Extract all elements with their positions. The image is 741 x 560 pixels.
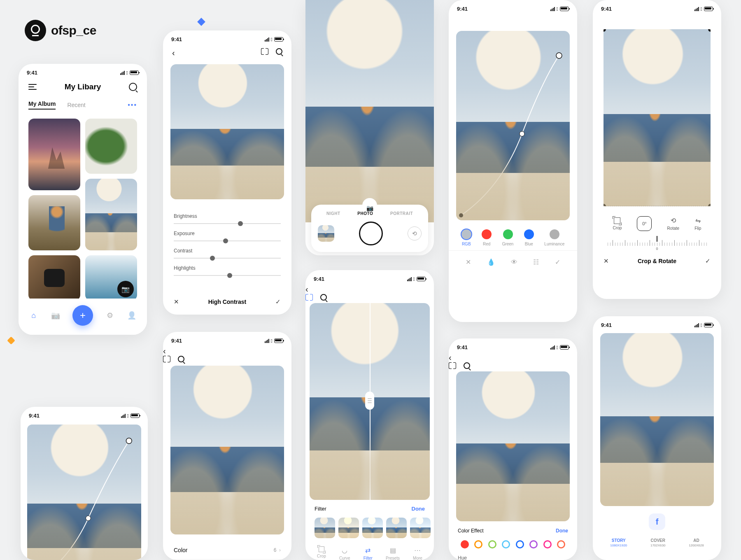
export-size-story[interactable]: STORY1080X1920 xyxy=(610,538,627,547)
preview-image[interactable] xyxy=(27,425,141,560)
preview-image[interactable] xyxy=(170,64,284,199)
channel-luminance[interactable]: Luminance xyxy=(544,229,564,246)
bars-icon[interactable]: ☷ xyxy=(533,258,539,266)
slider-thumb[interactable] xyxy=(238,221,243,226)
tab-recent[interactable]: Recent xyxy=(67,102,85,108)
slider-thumb[interactable] xyxy=(210,256,215,261)
search-icon[interactable] xyxy=(276,48,282,55)
camera-mode[interactable]: PHOTO xyxy=(357,211,373,216)
tool-crop[interactable]: Crop xyxy=(317,546,326,560)
focus-icon[interactable] xyxy=(449,362,456,368)
compare-handle[interactable] xyxy=(365,392,374,410)
crop-handle[interactable] xyxy=(604,29,606,32)
last-photo-thumb[interactable] xyxy=(318,225,334,242)
slider-track[interactable] xyxy=(174,258,281,259)
search-icon[interactable] xyxy=(178,356,184,362)
channel-green[interactable]: Green xyxy=(502,229,514,246)
tab-my-album[interactable]: My Album xyxy=(28,100,56,110)
tool-filter[interactable]: ⇄Filter xyxy=(364,546,373,560)
color-swatch[interactable] xyxy=(488,540,496,548)
camera-mode[interactable]: NIGHT xyxy=(326,211,340,216)
nav-profile[interactable]: 👤 xyxy=(127,310,137,320)
album-thumb[interactable] xyxy=(28,195,80,250)
check-icon[interactable] xyxy=(275,298,281,306)
crop-handle[interactable] xyxy=(708,29,711,32)
check-icon[interactable] xyxy=(705,257,711,265)
preview-image[interactable] xyxy=(170,366,284,534)
tool-angle[interactable]: 0° xyxy=(637,216,652,231)
crop-handle[interactable] xyxy=(604,204,606,206)
channel-rgb[interactable]: RGB xyxy=(461,229,471,246)
preview-image[interactable] xyxy=(310,303,430,500)
tool-flip[interactable]: ⇋Flip xyxy=(694,217,701,231)
close-icon[interactable] xyxy=(604,257,609,265)
share-facebook[interactable]: f xyxy=(649,513,665,530)
close-icon[interactable] xyxy=(174,298,179,306)
menu-icon[interactable] xyxy=(28,84,37,90)
filter-thumb[interactable] xyxy=(315,518,335,538)
focus-icon[interactable] xyxy=(261,48,268,54)
check-icon[interactable] xyxy=(555,258,560,266)
tool-curve[interactable]: ◡Curve xyxy=(339,546,350,560)
tool-presets[interactable]: ▤Presets xyxy=(386,546,400,560)
slider-track[interactable] xyxy=(174,240,281,241)
preview-image[interactable] xyxy=(600,333,714,506)
export-size-ad[interactable]: AD1200X628 xyxy=(689,538,704,547)
color-swatch[interactable] xyxy=(529,540,538,548)
focus-icon[interactable] xyxy=(305,294,313,300)
album-thumb[interactable] xyxy=(85,119,137,174)
curve-overlay[interactable] xyxy=(27,425,141,560)
done-button[interactable]: Done xyxy=(556,528,568,534)
color-swatch[interactable] xyxy=(461,540,469,548)
nav-add[interactable]: + xyxy=(72,305,93,326)
filter-thumb[interactable] xyxy=(386,518,407,538)
search-icon[interactable] xyxy=(320,294,327,301)
back-icon[interactable]: ‹ xyxy=(172,48,175,58)
back-icon[interactable]: ‹ xyxy=(163,346,291,356)
camera-mode[interactable]: PORTRAIT xyxy=(390,211,413,216)
filter-thumb[interactable] xyxy=(362,518,383,538)
album-thumb[interactable]: 📷 xyxy=(85,255,137,301)
slider-thumb[interactable] xyxy=(227,273,232,278)
channel-blue[interactable]: Blue xyxy=(524,229,534,246)
search-icon[interactable] xyxy=(464,362,470,369)
focus-icon[interactable] xyxy=(163,356,170,362)
filter-thumb[interactable] xyxy=(338,518,359,538)
album-thumb[interactable] xyxy=(85,179,137,250)
album-thumb[interactable] xyxy=(28,119,80,190)
tool-rotate[interactable]: ⟲Rotate xyxy=(667,217,679,231)
channel-red[interactable]: Red xyxy=(482,229,492,246)
curve-overlay[interactable] xyxy=(456,31,570,220)
color-swatch[interactable] xyxy=(543,540,552,548)
nav-home[interactable]: ⌂ xyxy=(29,310,39,320)
camera-viewfinder[interactable] xyxy=(305,0,434,222)
compare-slider[interactable] xyxy=(370,303,370,500)
back-icon[interactable]: ‹ xyxy=(449,353,577,362)
more-icon[interactable]: ••• xyxy=(128,101,137,109)
tool-more[interactable]: ⋯More xyxy=(413,546,422,560)
color-swatch[interactable] xyxy=(502,540,510,548)
crop-area[interactable] xyxy=(604,29,711,206)
search-icon[interactable] xyxy=(129,83,137,91)
nav-settings[interactable]: ⚙ xyxy=(105,310,115,320)
album-thumb[interactable] xyxy=(28,255,80,301)
preview-image[interactable] xyxy=(456,371,570,521)
color-swatch[interactable] xyxy=(516,540,524,548)
crop-handle[interactable] xyxy=(708,204,711,206)
export-size-cover[interactable]: COVER1702X630 xyxy=(650,538,665,547)
slider-track[interactable] xyxy=(174,223,281,224)
color-swatch[interactable] xyxy=(557,540,565,548)
slider-thumb[interactable] xyxy=(223,238,228,243)
flip-camera-icon[interactable]: ⟲ xyxy=(408,226,422,240)
rotation-ruler[interactable]: 0 xyxy=(593,236,721,249)
preview-image[interactable] xyxy=(456,31,570,220)
color-swatch[interactable] xyxy=(474,540,482,548)
eye-icon[interactable]: 👁 xyxy=(511,259,517,266)
filter-thumb[interactable] xyxy=(410,518,431,538)
nav-camera[interactable]: 📷 xyxy=(51,310,61,320)
shutter-button[interactable] xyxy=(359,222,383,245)
tool-crop[interactable]: Crop xyxy=(613,217,622,230)
done-button[interactable]: Done xyxy=(412,506,425,512)
camera-fab[interactable]: 📷 xyxy=(117,281,134,297)
close-icon[interactable] xyxy=(466,258,471,266)
